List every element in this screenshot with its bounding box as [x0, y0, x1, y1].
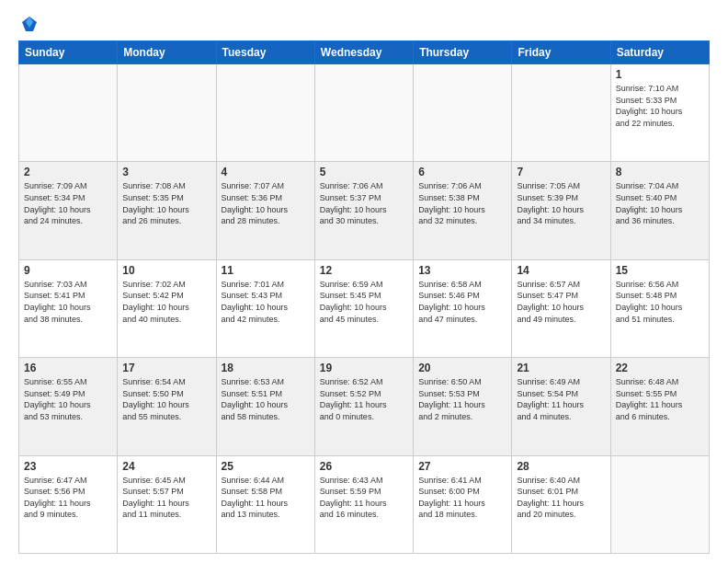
calendar-table: SundayMondayTuesdayWednesdayThursdayFrid…	[18, 40, 710, 554]
day-number: 18	[222, 362, 310, 374]
day-info: Sunrise: 7:05 AM Sunset: 5:39 PM Dayligh…	[517, 180, 605, 226]
calendar-cell: 5Sunrise: 7:06 AM Sunset: 5:37 PM Daylig…	[314, 162, 413, 259]
day-info: Sunrise: 7:09 AM Sunset: 5:34 PM Dayligh…	[24, 180, 112, 226]
calendar-cell: 1Sunrise: 7:10 AM Sunset: 5:33 PM Daylig…	[610, 64, 709, 162]
day-number: 7	[517, 166, 605, 178]
day-number: 28	[517, 460, 605, 473]
calendar-cell: 24Sunrise: 6:45 AM Sunset: 5:57 PM Dayli…	[118, 455, 216, 553]
logo	[18, 15, 39, 33]
calendar-cell: 3Sunrise: 7:08 AM Sunset: 5:35 PM Daylig…	[118, 162, 216, 259]
calendar-cell: 18Sunrise: 6:53 AM Sunset: 5:51 PM Dayli…	[216, 358, 314, 455]
calendar-cell	[314, 64, 413, 162]
day-number: 25	[222, 460, 310, 473]
day-info: Sunrise: 6:57 AM Sunset: 5:47 PM Dayligh…	[517, 279, 605, 325]
calendar-cell: 15Sunrise: 6:56 AM Sunset: 5:48 PM Dayli…	[610, 259, 709, 357]
calendar-cell	[19, 64, 118, 162]
calendar-cell: 27Sunrise: 6:41 AM Sunset: 6:00 PM Dayli…	[414, 455, 512, 553]
day-number: 17	[122, 362, 210, 374]
day-info: Sunrise: 6:43 AM Sunset: 5:59 PM Dayligh…	[320, 475, 408, 521]
calendar-week-row: 9Sunrise: 7:03 AM Sunset: 5:41 PM Daylig…	[19, 259, 710, 357]
day-number: 21	[517, 362, 605, 374]
day-number: 5	[320, 166, 408, 178]
day-info: Sunrise: 7:06 AM Sunset: 5:37 PM Dayligh…	[320, 180, 408, 226]
weekday-header-tuesday: Tuesday	[216, 41, 314, 64]
weekday-header-thursday: Thursday	[414, 41, 512, 64]
day-number: 20	[418, 362, 506, 374]
calendar-cell: 22Sunrise: 6:48 AM Sunset: 5:55 PM Dayli…	[610, 358, 709, 455]
calendar-cell: 25Sunrise: 6:44 AM Sunset: 5:58 PM Dayli…	[216, 455, 314, 553]
day-info: Sunrise: 6:50 AM Sunset: 5:53 PM Dayligh…	[418, 376, 506, 422]
calendar-cell	[512, 64, 610, 162]
day-info: Sunrise: 7:02 AM Sunset: 5:42 PM Dayligh…	[122, 279, 210, 325]
day-number: 8	[616, 166, 704, 178]
day-info: Sunrise: 6:47 AM Sunset: 5:56 PM Dayligh…	[24, 475, 112, 521]
day-number: 19	[320, 362, 408, 374]
day-number: 22	[616, 362, 704, 374]
day-number: 15	[616, 264, 704, 277]
calendar-cell: 9Sunrise: 7:03 AM Sunset: 5:41 PM Daylig…	[19, 259, 118, 357]
weekday-header-saturday: Saturday	[610, 41, 709, 64]
logo-flag-icon	[20, 15, 39, 33]
calendar-cell: 6Sunrise: 7:06 AM Sunset: 5:38 PM Daylig…	[414, 162, 512, 259]
calendar-cell	[216, 64, 314, 162]
weekday-header-sunday: Sunday	[19, 41, 118, 64]
day-number: 4	[222, 166, 310, 178]
day-info: Sunrise: 6:48 AM Sunset: 5:55 PM Dayligh…	[616, 376, 704, 422]
day-number: 1	[616, 68, 704, 81]
day-info: Sunrise: 6:56 AM Sunset: 5:48 PM Dayligh…	[616, 279, 704, 325]
day-number: 9	[24, 264, 112, 277]
day-info: Sunrise: 7:10 AM Sunset: 5:33 PM Dayligh…	[616, 83, 704, 129]
day-number: 14	[517, 264, 605, 277]
weekday-header-wednesday: Wednesday	[314, 41, 413, 64]
header	[18, 15, 710, 33]
calendar-cell: 19Sunrise: 6:52 AM Sunset: 5:52 PM Dayli…	[314, 358, 413, 455]
calendar-week-row: 1Sunrise: 7:10 AM Sunset: 5:33 PM Daylig…	[19, 64, 710, 162]
calendar-week-row: 16Sunrise: 6:55 AM Sunset: 5:49 PM Dayli…	[19, 358, 710, 455]
day-info: Sunrise: 6:41 AM Sunset: 6:00 PM Dayligh…	[418, 475, 506, 521]
day-number: 16	[24, 362, 112, 374]
day-info: Sunrise: 7:03 AM Sunset: 5:41 PM Dayligh…	[24, 279, 112, 325]
calendar-week-row: 23Sunrise: 6:47 AM Sunset: 5:56 PM Dayli…	[19, 455, 710, 553]
day-number: 11	[222, 264, 310, 277]
day-info: Sunrise: 7:07 AM Sunset: 5:36 PM Dayligh…	[222, 180, 310, 226]
day-info: Sunrise: 6:49 AM Sunset: 5:54 PM Dayligh…	[517, 376, 605, 422]
day-number: 3	[122, 166, 210, 178]
day-info: Sunrise: 6:55 AM Sunset: 5:49 PM Dayligh…	[24, 376, 112, 422]
day-number: 27	[418, 460, 506, 473]
day-number: 6	[418, 166, 506, 178]
day-number: 13	[418, 264, 506, 277]
calendar-cell: 8Sunrise: 7:04 AM Sunset: 5:40 PM Daylig…	[610, 162, 709, 259]
calendar-cell: 17Sunrise: 6:54 AM Sunset: 5:50 PM Dayli…	[118, 358, 216, 455]
day-info: Sunrise: 6:54 AM Sunset: 5:50 PM Dayligh…	[122, 376, 210, 422]
day-number: 12	[320, 264, 408, 277]
day-info: Sunrise: 7:06 AM Sunset: 5:38 PM Dayligh…	[418, 180, 506, 226]
weekday-header-monday: Monday	[118, 41, 216, 64]
calendar-cell: 10Sunrise: 7:02 AM Sunset: 5:42 PM Dayli…	[118, 259, 216, 357]
calendar-cell	[414, 64, 512, 162]
day-info: Sunrise: 7:01 AM Sunset: 5:43 PM Dayligh…	[222, 279, 310, 325]
calendar-cell: 28Sunrise: 6:40 AM Sunset: 6:01 PM Dayli…	[512, 455, 610, 553]
calendar-cell: 13Sunrise: 6:58 AM Sunset: 5:46 PM Dayli…	[414, 259, 512, 357]
day-info: Sunrise: 6:53 AM Sunset: 5:51 PM Dayligh…	[222, 376, 310, 422]
calendar-cell: 20Sunrise: 6:50 AM Sunset: 5:53 PM Dayli…	[414, 358, 512, 455]
calendar-cell: 26Sunrise: 6:43 AM Sunset: 5:59 PM Dayli…	[314, 455, 413, 553]
day-number: 2	[24, 166, 112, 178]
calendar-cell: 21Sunrise: 6:49 AM Sunset: 5:54 PM Dayli…	[512, 358, 610, 455]
day-number: 24	[122, 460, 210, 473]
calendar-week-row: 2Sunrise: 7:09 AM Sunset: 5:34 PM Daylig…	[19, 162, 710, 259]
day-info: Sunrise: 7:04 AM Sunset: 5:40 PM Dayligh…	[616, 180, 704, 226]
calendar-cell: 2Sunrise: 7:09 AM Sunset: 5:34 PM Daylig…	[19, 162, 118, 259]
day-number: 10	[122, 264, 210, 277]
calendar-cell	[610, 455, 709, 553]
day-info: Sunrise: 6:58 AM Sunset: 5:46 PM Dayligh…	[418, 279, 506, 325]
calendar-cell: 23Sunrise: 6:47 AM Sunset: 5:56 PM Dayli…	[19, 455, 118, 553]
page: SundayMondayTuesdayWednesdayThursdayFrid…	[0, 0, 728, 563]
day-info: Sunrise: 6:40 AM Sunset: 6:01 PM Dayligh…	[517, 475, 605, 521]
weekday-header-friday: Friday	[512, 41, 610, 64]
calendar-cell: 7Sunrise: 7:05 AM Sunset: 5:39 PM Daylig…	[512, 162, 610, 259]
day-number: 23	[24, 460, 112, 473]
calendar-cell	[118, 64, 216, 162]
day-info: Sunrise: 6:45 AM Sunset: 5:57 PM Dayligh…	[122, 475, 210, 521]
calendar-cell: 4Sunrise: 7:07 AM Sunset: 5:36 PM Daylig…	[216, 162, 314, 259]
day-info: Sunrise: 6:44 AM Sunset: 5:58 PM Dayligh…	[222, 475, 310, 521]
